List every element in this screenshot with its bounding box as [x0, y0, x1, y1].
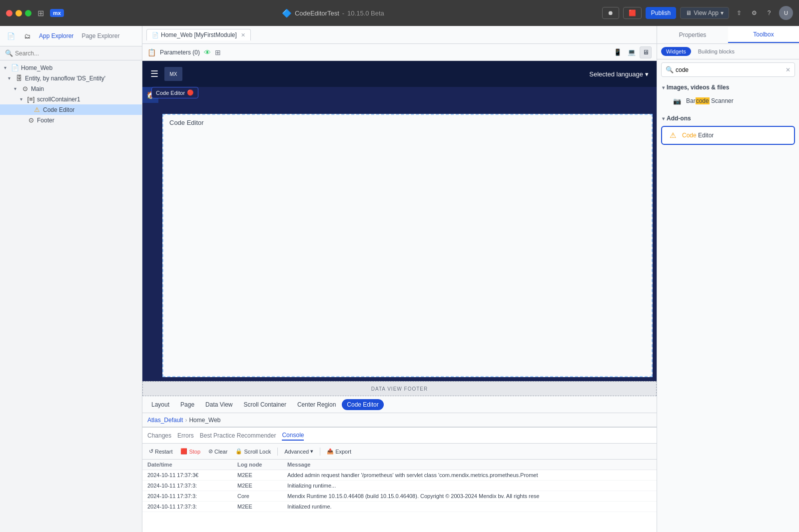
hamburger-icon[interactable]: ☰: [150, 68, 158, 79]
app-version: -: [342, 9, 344, 17]
sidebar-tree-icon[interactable]: 🗂: [21, 30, 33, 42]
share-icon[interactable]: ⇧: [733, 7, 745, 19]
tree-label: Main: [31, 85, 44, 92]
stop-button[interactable]: 🟥: [623, 7, 642, 19]
search-bar: 🔍 ✕: [661, 62, 795, 77]
sidebar-tab-page-explorer[interactable]: Page Explorer: [79, 31, 121, 40]
stop-button-console[interactable]: 🟥 Stop: [178, 447, 203, 456]
publish-button[interactable]: Publish: [646, 7, 676, 19]
search-input[interactable]: [15, 50, 137, 57]
restart-button[interactable]: ↺ Restart: [146, 447, 175, 456]
search-icon: 🔍: [666, 66, 674, 73]
minimize-button[interactable]: [15, 10, 22, 16]
lock-icon: 🔒: [235, 448, 242, 455]
app-icon: 🔷: [282, 8, 292, 18]
app-badge: mx: [50, 9, 64, 17]
tree-label: Home_Web: [21, 64, 52, 71]
params-label[interactable]: Parameters (0): [160, 49, 200, 56]
subtab-building-blocks[interactable]: Building blocks: [693, 47, 740, 56]
maximize-button[interactable]: [25, 10, 31, 16]
tree-item-entity[interactable]: ▾ 🗄 Entity, by nanoflow 'DS_Entity': [0, 73, 142, 83]
tree-item-main[interactable]: ▾ ⊙ Main: [0, 83, 142, 94]
mobile-view-icon[interactable]: 📱: [612, 46, 624, 58]
tooltip-label: Code Editor: [156, 90, 185, 96]
export-button[interactable]: 📤 Export: [324, 447, 354, 456]
row-datetime: 2024-10-11 17:37:3:: [147, 493, 237, 499]
row-datetime: 2024-10-11 17:37:3€: [147, 472, 237, 478]
user-avatar[interactable]: U: [779, 6, 793, 20]
search-clear-icon[interactable]: ✕: [786, 66, 791, 73]
sidebar: 📄 🗂 App Explorer Page Explorer 🔍 ▾ 📄 Hom…: [0, 26, 142, 532]
tree-label: Footer: [37, 117, 54, 124]
sidebar-doc-icon[interactable]: 📄: [5, 30, 17, 42]
breadcrumb-tab-data-view[interactable]: Data View: [200, 399, 237, 410]
breadcrumb-tab-scroll-container[interactable]: Scroll Container: [239, 399, 291, 410]
chevron-icon: ▾: [662, 116, 665, 121]
widget-section-header-images[interactable]: ▾ Images, videos & files: [657, 82, 799, 93]
canvas-wrapper: ☰ MX Selected language ▾ Code Editor 🔴: [142, 61, 657, 532]
traffic-lights: [6, 10, 31, 16]
logo-text: MX: [170, 71, 177, 77]
breadcrumb-tab-layout[interactable]: Layout: [146, 399, 174, 410]
tab-home-web[interactable]: 📄 Home_Web [MyFirstModule] ✕: [146, 29, 251, 40]
scroll-lock-button[interactable]: 🔒 Scroll Lock: [233, 447, 273, 456]
tab-close-icon[interactable]: ✕: [241, 32, 245, 38]
breadcrumb-tab-center-region[interactable]: Center Region: [292, 399, 341, 410]
breadcrumb-tab-code-editor[interactable]: Code Editor: [342, 399, 383, 410]
toolbox-search-input[interactable]: [676, 66, 784, 73]
record-button[interactable]: ⏺: [602, 7, 619, 19]
row-datetime: 2024-10-11 17:37:3:: [147, 483, 237, 489]
tablet-view-icon[interactable]: 💻: [626, 46, 638, 58]
tree-item-code-editor[interactable]: ⚠ Code Editor: [0, 104, 142, 115]
grid-toggle-icon[interactable]: ⊞: [215, 48, 221, 56]
widget-item-barcode[interactable]: 📷 Barcode Scanner: [660, 93, 796, 108]
sidebar-header: 📄 🗂 App Explorer Page Explorer: [0, 26, 142, 46]
right-tab-properties[interactable]: Properties: [657, 27, 728, 42]
settings-icon[interactable]: ⚙: [748, 7, 760, 19]
breadcrumb-tab-page[interactable]: Page: [175, 399, 199, 410]
visibility-icon[interactable]: 👁: [204, 48, 211, 56]
chevron-down-icon: ▾: [645, 70, 649, 78]
row-lognode: Core: [237, 493, 287, 499]
grid-icon: ⊞: [37, 8, 44, 18]
tree-item-footer[interactable]: ⊙ Footer: [0, 115, 142, 125]
console-tab-best-practice[interactable]: Best Practice Recommender: [200, 431, 276, 440]
tree-item-home-web[interactable]: ▾ 📄 Home_Web: [0, 62, 142, 73]
console-tab-changes[interactable]: Changes: [147, 431, 171, 440]
widget-label: Code Editor: [682, 132, 714, 139]
desktop-view-icon[interactable]: 🖥: [640, 46, 652, 58]
code-editor-canvas-label: Code Editor: [163, 115, 210, 130]
sidebar-tab-app-explorer[interactable]: App Explorer: [37, 31, 75, 40]
advanced-button[interactable]: Advanced ▾: [282, 447, 316, 456]
breadcrumb-path: Atlas_Default › Home_Web: [142, 413, 657, 427]
help-icon[interactable]: ?: [763, 7, 775, 19]
tree-item-scroll-container[interactable]: ▾ [≡] scrollContainer1: [0, 94, 142, 104]
right-panel-header: Properties Toolbox: [657, 26, 799, 44]
widget-section-addons: ▾ Add-ons ⚠ Code Editor: [657, 111, 799, 149]
breadcrumb-root[interactable]: Atlas_Default: [147, 417, 183, 424]
right-tab-toolbox[interactable]: Toolbox: [728, 27, 799, 43]
nav-selected-language[interactable]: Selected language ▾: [589, 70, 649, 78]
chevron-icon: ▾: [4, 65, 9, 70]
widget-item-code-editor[interactable]: ⚠ Code Editor: [661, 126, 795, 145]
header-datetime: Date/time: [147, 462, 237, 468]
toolbar-separator-2: [320, 448, 320, 456]
clear-button[interactable]: ⊘ Clear: [206, 447, 230, 456]
subtab-widgets[interactable]: Widgets: [661, 47, 691, 56]
view-app-button[interactable]: 🖥 View App ▾: [680, 7, 729, 19]
code-editor-canvas-area[interactable]: Code Editor: [162, 114, 653, 377]
console-tab-errors[interactable]: Errors: [177, 431, 194, 440]
widget-section-header-addons[interactable]: ▾ Add-ons: [657, 113, 799, 124]
tree-label: Code Editor: [43, 106, 74, 113]
warning-icon: ⚠: [667, 130, 678, 141]
console-panel: Changes Errors Best Practice Recommender…: [142, 427, 657, 532]
monitor-icon: 🖥: [686, 9, 692, 16]
breadcrumb-tabs: Layout Page Data View Scroll Container C…: [142, 396, 657, 413]
close-button[interactable]: [6, 10, 12, 16]
sidebar-search: 🔍: [0, 46, 142, 60]
console-tab-console[interactable]: Console: [282, 431, 304, 441]
tooltip-close-icon[interactable]: 🔴: [187, 89, 194, 96]
console-table-header: Date/time Log node Message: [142, 460, 657, 470]
params-icon: 📋: [147, 48, 156, 56]
code-editor-tooltip: Code Editor 🔴: [151, 87, 198, 98]
